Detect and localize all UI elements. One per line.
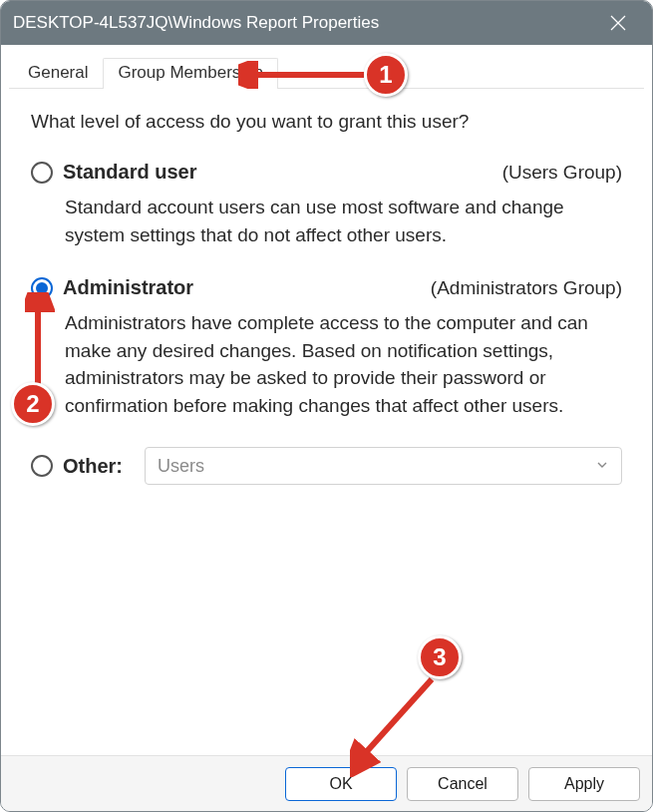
tab-panel-group-membership: What level of access do you want to gran…	[9, 88, 644, 755]
other-group-value: Users	[158, 456, 204, 477]
window-title: DESKTOP-4L537JQ\Windows Report Propertie…	[13, 13, 596, 33]
administrator-group-label: (Administrators Group)	[431, 277, 622, 299]
other-group-combobox[interactable]: Users	[145, 447, 622, 485]
annotation-badge-3: 3	[418, 635, 462, 679]
dialog-button-bar: OK Cancel Apply	[1, 755, 652, 811]
access-prompt: What level of access do you want to gran…	[31, 111, 622, 133]
annotation-badge-2: 2	[11, 382, 55, 426]
radio-administrator[interactable]	[31, 277, 53, 299]
standard-group-label: (Users Group)	[502, 162, 622, 184]
radio-standard-user[interactable]	[31, 162, 53, 184]
radio-row-administrator: Administrator (Administrators Group)	[31, 276, 622, 299]
annotation-badge-1: 1	[364, 53, 408, 97]
tab-group-membership[interactable]: Group Membership	[103, 58, 278, 89]
radio-dot-icon	[36, 282, 48, 294]
tab-general[interactable]: General	[13, 58, 103, 89]
radio-administrator-label: Administrator	[63, 276, 193, 299]
standard-description: Standard account users can use most soft…	[65, 194, 622, 248]
close-icon	[610, 15, 626, 31]
administrator-description: Administrators have complete access to t…	[65, 309, 622, 419]
properties-dialog: DESKTOP-4L537JQ\Windows Report Propertie…	[0, 0, 653, 812]
close-button[interactable]	[596, 1, 640, 45]
titlebar: DESKTOP-4L537JQ\Windows Report Propertie…	[1, 1, 652, 45]
ok-button[interactable]: OK	[285, 767, 397, 801]
apply-button[interactable]: Apply	[528, 767, 640, 801]
tab-strip: General Group Membership	[1, 45, 652, 88]
chevron-down-icon	[595, 456, 609, 477]
radio-row-other: Other: Users	[31, 447, 622, 485]
cancel-button[interactable]: Cancel	[407, 767, 518, 801]
radio-row-standard: Standard user (Users Group)	[31, 161, 622, 184]
radio-other-label: Other:	[63, 455, 123, 478]
radio-standard-label: Standard user	[63, 161, 196, 184]
radio-other[interactable]	[31, 455, 53, 477]
